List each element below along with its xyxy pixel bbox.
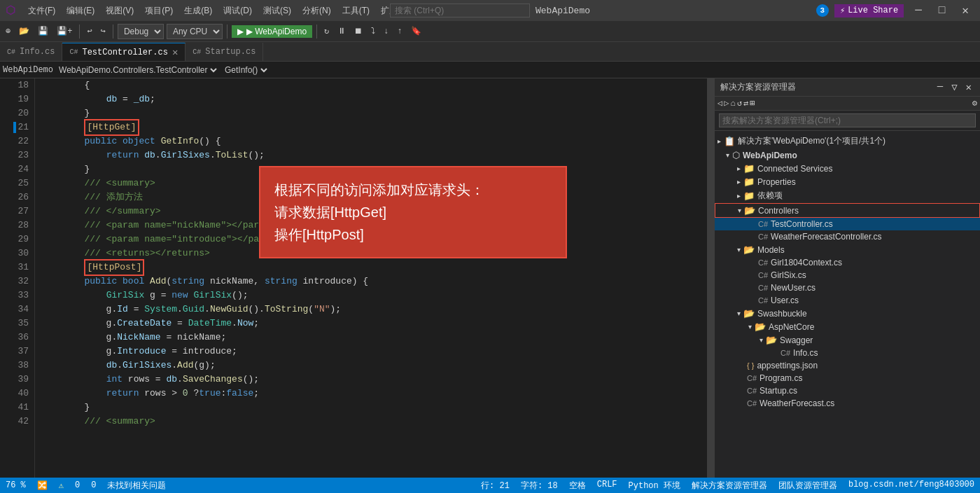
step-over-btn[interactable]: ⤵ (368, 25, 378, 38)
tree-connected-services[interactable]: ▸ 📁 Connected Services (715, 162, 980, 175)
minimize-button[interactable]: ─ (909, 3, 927, 18)
panel-minimize-btn[interactable]: ▽ (948, 81, 960, 93)
menu-test[interactable]: 测试(S) (259, 4, 295, 18)
undo-btn[interactable]: ↩ (84, 25, 94, 38)
line-num-42: 42 (0, 415, 29, 429)
platform-dropdown[interactable]: Any CPU (167, 24, 223, 39)
panel-pin-btn[interactable]: ─ (934, 81, 946, 93)
menu-project[interactable]: 项目(P) (141, 4, 177, 18)
tree-program[interactable]: C# Program.cs (715, 372, 980, 384)
status-zoom[interactable]: 76 % (6, 480, 26, 490)
maximize-button[interactable]: □ (933, 3, 951, 18)
notification-badge[interactable]: 3 (816, 4, 829, 17)
tree-weatherforecast[interactable]: C# WeatherForecast.cs (715, 397, 980, 410)
tree-weathercontroller[interactable]: C# WeatherForecastController.cs (715, 230, 980, 243)
tree-girl1804[interactable]: C# Girl1804Context.cs (715, 256, 980, 269)
tree-models[interactable]: ▾ 📂 Models (715, 243, 980, 256)
tree-solution-root[interactable]: ▸ 📋 解决方案'WebApiDemo'(1个项目/共1个) (715, 134, 980, 148)
nav-method-dropdown[interactable]: GetInfo() (222, 64, 270, 76)
tab-icon-startup: C# (192, 48, 201, 56)
tree-appsettings[interactable]: { } appsettings.json (715, 359, 980, 372)
start-debug-btn[interactable]: ↻ (321, 25, 332, 38)
tab-startup-cs[interactable]: C# Startup.cs (186, 43, 263, 61)
menu-tools[interactable]: 工具(T) (338, 4, 374, 18)
cs-icon-start: C# (747, 387, 757, 395)
tree-controllers[interactable]: ▾ 📂 Controllers (715, 203, 980, 218)
menu-build[interactable]: 生成(B) (180, 4, 216, 18)
status-env[interactable]: Python 环境 (629, 480, 680, 492)
cs-icon-u: C# (758, 296, 768, 305)
tree-swagger[interactable]: ▾ 📂 Swagger (715, 333, 980, 347)
debug-config-dropdown[interactable]: Debug (118, 24, 164, 39)
new-file-btn[interactable]: ⊕ (3, 25, 13, 38)
toolbar-back-btn[interactable]: ◁ (718, 98, 722, 109)
search-box[interactable] (390, 4, 530, 18)
tree-aspnetcore[interactable]: ▾ 📂 AspNetCore (715, 320, 980, 333)
step-in-btn[interactable]: ↓ (381, 25, 391, 38)
menu-file[interactable]: 文件(F) (24, 4, 59, 18)
status-team[interactable]: 团队资源管理器 (778, 480, 837, 492)
project-icon: ⬡ (732, 150, 740, 160)
tree-girlsix[interactable]: C# GirlSix.cs (715, 269, 980, 282)
bookmark-btn[interactable]: 🔖 (408, 25, 424, 38)
cs-icon-weather: C# (758, 232, 768, 241)
tree-info-cs[interactable]: C# Info.cs (715, 347, 980, 359)
tree-startup[interactable]: C# Startup.cs (715, 384, 980, 397)
nav-class-dropdown[interactable]: WebApiDemo.Controllers.TestController (56, 64, 219, 76)
code-line-32: public bool Add(string nickName, string … (41, 275, 707, 289)
open-btn[interactable]: 📂 (16, 25, 32, 38)
menu-view[interactable]: 视图(V) (102, 4, 138, 18)
redo-btn[interactable]: ↪ (98, 25, 108, 38)
tree-dependencies[interactable]: ▸ 📁 依赖项 (715, 188, 980, 203)
editor-scrollbar[interactable] (707, 78, 714, 478)
line-num-34: 34 (0, 303, 29, 317)
live-share-icon: ⚡ (840, 6, 845, 16)
arrow-aspnet: ▾ (748, 323, 752, 331)
startup-label: Startup.cs (760, 386, 797, 396)
live-share-button[interactable]: ⚡ Live Share (834, 4, 904, 18)
global-search-input[interactable] (390, 4, 530, 18)
break-btn[interactable]: ⏸ (335, 25, 349, 38)
tree-testcontroller[interactable]: C# TestController.cs (715, 218, 980, 230)
code-line-35: g.CreateDate = DateTime.Now; (41, 317, 707, 331)
save-all-btn[interactable]: 💾+ (54, 25, 75, 38)
title-bar: ⬡ 文件(F) 编辑(E) 视图(V) 项目(P) 生成(B) 调试(D) 测试… (0, 0, 980, 21)
tree-properties[interactable]: ▸ 📁 Properties (715, 175, 980, 188)
project-label: WebApiDemo (743, 151, 797, 160)
code-editor[interactable]: 18 19 20 21 22 23 24 25 26 27 28 29 30 3… (0, 78, 714, 478)
toolbar-home-btn[interactable]: ⌂ (730, 99, 735, 109)
line-num-20: 20 (0, 106, 29, 120)
stop-btn[interactable]: ⏹ (351, 25, 365, 38)
solution-explorer-panel: 解决方案资源管理器 ─ ▽ ✕ ◁ ▷ ⌂ ↺ ⇄ ⊞ ⚙ ▸ 📋 解决方案'W… (714, 78, 980, 478)
code-area[interactable]: { db = _db; } [HttpGet] public object Ge… (35, 78, 707, 478)
save-btn[interactable]: 💾 (35, 25, 51, 38)
menu-analyze[interactable]: 分析(N) (298, 4, 335, 18)
step-out-btn[interactable]: ↑ (395, 25, 405, 38)
menu-debug[interactable]: 调试(D) (219, 4, 256, 18)
toolbar-filter-btn[interactable]: ⊞ (750, 98, 755, 109)
tab-close-test[interactable]: ✕ (172, 46, 178, 58)
tree-user[interactable]: C# User.cs (715, 294, 980, 307)
solution-search-input[interactable] (719, 113, 976, 127)
run-button[interactable]: ▶ ▶ WebApiDemo (232, 25, 312, 38)
close-button[interactable]: ✕ (956, 2, 974, 19)
toolbar-settings-btn[interactable]: ⚙ (972, 98, 977, 109)
tab-testcontroller-cs[interactable]: C# TestController.cs ✕ (62, 43, 186, 61)
status-encoding: CRLF (597, 480, 617, 492)
status-message: 未找到相关问题 (107, 480, 166, 492)
status-solution[interactable]: 解决方案资源管理器 (692, 480, 767, 492)
testcontroller-label: TestController.cs (771, 219, 833, 229)
status-col: 字符: 18 (521, 480, 558, 492)
toolbar-refresh-btn[interactable]: ↺ (737, 98, 742, 109)
tree-project[interactable]: ▾ ⬡ WebApiDemo (715, 148, 980, 162)
tree-newuser[interactable]: C# NewUser.cs (715, 282, 980, 294)
panel-close-btn[interactable]: ✕ (963, 81, 974, 93)
tree-swashbuckle[interactable]: ▾ 📂 Swashbuckle (715, 307, 980, 320)
tab-info-cs[interactable]: C# Info.cs (0, 43, 62, 61)
toolbar-forward-btn[interactable]: ▷ (724, 98, 729, 109)
toolbar-sync-btn[interactable]: ⇄ (743, 98, 748, 109)
line-num-28: 28 (0, 218, 29, 232)
folder-icon-connected: 📁 (743, 163, 755, 174)
menu-edit[interactable]: 编辑(E) (62, 4, 99, 18)
properties-label: Properties (757, 177, 796, 187)
